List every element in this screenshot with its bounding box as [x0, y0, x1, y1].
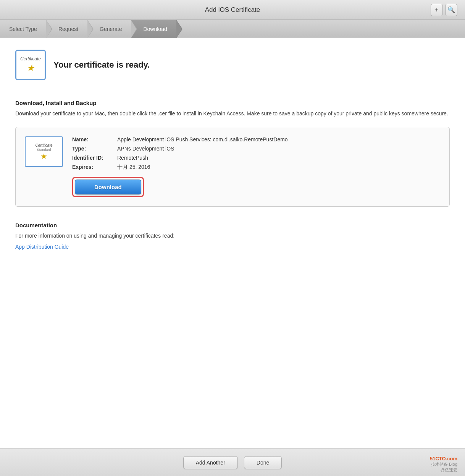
cert-card-icon-text2: Standard: [37, 148, 51, 152]
cert-name-row: Name: Apple Development iOS Push Service…: [72, 136, 440, 142]
documentation-heading: Documentation: [15, 222, 450, 228]
documentation-body: For more information on using and managi…: [15, 232, 450, 240]
download-btn-wrapper: Download: [72, 177, 440, 197]
watermark-sub: 技术储备 Blog@亿速云: [430, 461, 457, 473]
step-download[interactable]: Download: [131, 20, 176, 38]
cert-card-icon: Certificate Standard ★: [25, 136, 63, 167]
page-title: Add iOS Certificate: [205, 6, 260, 14]
step-request[interactable]: Request: [46, 20, 87, 38]
footer: Add Another Done 51CTO.com 技术储备 Blog@亿速云: [0, 448, 465, 476]
cert-type-row: Type: APNs Development iOS: [72, 146, 440, 152]
cert-identifier-row: Identifier ID: RemotePush: [72, 155, 440, 161]
cert-identifier-label: Identifier ID:: [72, 155, 114, 161]
cert-name-label: Name:: [72, 136, 114, 142]
done-button[interactable]: Done: [244, 456, 282, 469]
cert-expires-label: Expires:: [72, 164, 114, 170]
search-button[interactable]: 🔍: [445, 4, 457, 16]
download-button[interactable]: Download: [75, 180, 141, 194]
add-another-button[interactable]: Add Another: [183, 456, 238, 469]
cert-identifier-value: RemotePush: [117, 155, 148, 161]
cert-details: Name: Apple Development iOS Push Service…: [72, 136, 440, 197]
cert-icon-text: Certificate: [20, 56, 41, 62]
cert-icon-star: ★: [20, 62, 41, 74]
step-select-type[interactable]: Select Type: [0, 20, 46, 38]
watermark: 51CTO.com 技术储备 Blog@亿速云: [430, 456, 457, 473]
title-bar: Add iOS Certificate + 🔍: [0, 0, 465, 20]
cert-ready-section: Certificate ★ Your certificate is ready.: [15, 50, 450, 88]
cert-ready-icon: Certificate ★: [15, 50, 46, 80]
cert-ready-title: Your certificate is ready.: [53, 60, 150, 70]
app-distribution-guide-link[interactable]: App Distribution Guide: [15, 244, 69, 250]
documentation-section: Documentation For more information on us…: [15, 222, 450, 250]
cert-card: Certificate Standard ★ Name: Apple Devel…: [15, 127, 450, 207]
cert-type-value: APNs Development iOS: [117, 146, 174, 152]
cert-name-value: Apple Development iOS Push Services: com…: [117, 136, 288, 142]
add-button[interactable]: +: [431, 4, 443, 16]
download-install-body: Download your certificate to your Mac, t…: [15, 109, 450, 118]
steps-bar: Select Type Request Generate Download: [0, 20, 465, 38]
cert-card-icon-text1: Certificate: [35, 143, 52, 148]
download-install-heading: Download, Install and Backup: [15, 100, 450, 106]
main-content: Certificate ★ Your certificate is ready.…: [0, 38, 465, 448]
cert-expires-value: 十月 25, 2016: [117, 164, 150, 171]
watermark-brand: 51CTO.com: [430, 456, 457, 461]
cert-expires-row: Expires: 十月 25, 2016: [72, 164, 440, 171]
step-generate[interactable]: Generate: [87, 20, 131, 38]
download-install-section: Download, Install and Backup Download yo…: [15, 100, 450, 127]
cert-type-label: Type:: [72, 146, 114, 152]
cert-card-icon-star: ★: [40, 152, 47, 161]
download-btn-highlight: Download: [72, 177, 144, 197]
title-bar-buttons: + 🔍: [431, 4, 457, 16]
